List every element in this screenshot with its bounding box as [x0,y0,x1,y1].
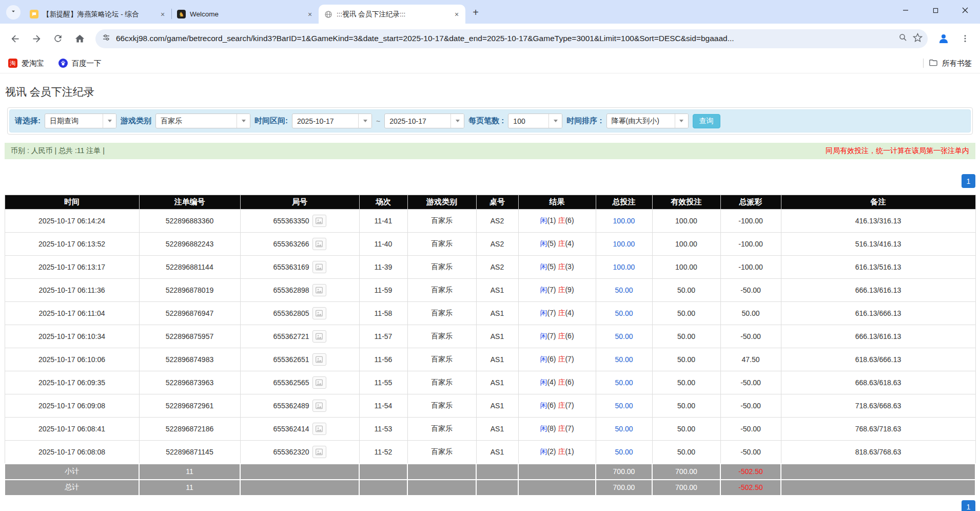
new-tab-button[interactable]: + [468,5,483,20]
picture-icon [315,310,323,317]
video-replay-button[interactable] [312,284,326,296]
cell-table-no: AS1 [476,325,518,348]
cell-time: 2025-10-17 06:11:04 [5,302,139,325]
minimize-button[interactable] [891,0,920,21]
profile-avatar[interactable] [934,29,953,48]
cell-remark: 616.13/516.13 [781,256,975,279]
reload-button[interactable] [48,29,68,48]
result-player: 闲 [540,239,547,248]
date-end-select[interactable]: 2025-10-17 [384,113,464,128]
tab-close-icon[interactable]: × [305,10,315,19]
result-banker: 庄 [558,355,565,363]
round-number: 655362320 [273,448,309,456]
table-row: 2025-10-17 06:08:08 522896871145 6553623… [5,441,975,464]
close-window-button[interactable] [950,0,980,21]
cell-game-type: 百家乐 [407,441,476,464]
site-settings-icon[interactable] [102,33,111,44]
cell-result: 闲(8) 庄(7) [518,418,596,441]
total-bet-link[interactable]: 50.00 [615,332,633,340]
date-start-select[interactable]: 2025-10-17 [292,113,372,128]
query-mode-select[interactable]: 日期查询 [45,113,116,128]
video-replay-button[interactable] [312,446,326,458]
total-bet-link[interactable]: 100.00 [613,240,635,248]
header-result: 结果 [518,195,596,210]
total-bet-link[interactable]: 50.00 [615,378,633,387]
cell-valid-bet: 50.00 [652,325,720,348]
bet-record-table: 时间 注单编号 局号 场次 游戏类别 桌号 结果 总投注 有效投注 总派彩 备注… [4,195,976,496]
bookmark-star-icon[interactable] [913,33,923,45]
video-replay-button[interactable] [312,238,326,250]
cell-total-bet: 50.00 [596,348,652,371]
picture-icon [315,356,323,363]
forward-button[interactable] [27,29,46,48]
video-replay-button[interactable] [312,307,326,319]
bookmark-baidu[interactable]: 百度一下 [58,59,102,68]
cell-game-type: 百家乐 [407,418,476,441]
dropdown-arrow-icon[interactable] [358,114,371,128]
dropdown-arrow-icon[interactable] [103,114,116,128]
search-button[interactable]: 查询 [693,114,720,128]
per-page-label: 每页笔数 : [468,116,504,126]
tab-bet-records-active[interactable]: :::视讯 会员下注纪录::: × [319,5,465,24]
cell-total-bet: 100.00 [596,233,652,256]
total-bet-link[interactable]: 100.00 [613,263,635,271]
total-bet-link[interactable]: 50.00 [615,355,633,364]
cell-result: 闲(4) 庄(6) [518,371,596,394]
cell-total-bet: 50.00 [596,371,652,394]
total-bet-link[interactable]: 50.00 [615,425,633,433]
cell-total-bet: 50.00 [596,394,652,418]
dropdown-arrow-icon[interactable] [237,114,250,128]
round-number: 655363350 [273,217,309,225]
window-controls [891,0,980,21]
zoom-indicator-icon[interactable] [898,33,908,44]
video-replay-button[interactable] [312,330,326,343]
video-replay-button[interactable] [312,353,326,366]
per-page-select[interactable]: 100 [508,113,562,128]
address-bar[interactable]: 66cxkj98.com/game/betrecord_search/kind3… [95,29,928,48]
picture-icon [315,425,323,432]
page-1-button[interactable]: 1 [962,174,975,188]
tab-forum[interactable]: 【新提醒】海燕策略论坛 - 综合 × [25,5,171,24]
tab-search-button[interactable] [6,5,21,20]
time-sort-select[interactable]: 降幂(由大到小) [606,113,689,128]
url-text[interactable]: 66cxkj98.com/game/betrecord_search/kind3… [116,34,893,43]
total-bet-link[interactable]: 50.00 [615,309,633,317]
total-bet-link[interactable]: 50.00 [615,286,633,294]
back-button[interactable] [5,29,25,48]
cell-time: 2025-10-17 06:09:08 [5,394,139,418]
round-number: 655363266 [273,240,309,248]
video-replay-button[interactable] [312,376,326,389]
game-type-select[interactable]: 百家乐 [155,113,250,128]
all-bookmarks-button[interactable]: 所有书签 [929,58,972,69]
cell-result: 闲(1) 庄(6) [518,210,596,233]
page-1-button[interactable]: 1 [962,500,975,511]
tab-welcome[interactable]: ♞ Welcome × [172,5,319,24]
cell-result: 闲(7) 庄(9) [518,279,596,302]
video-replay-button[interactable] [312,261,326,273]
dropdown-arrow-icon[interactable] [675,114,688,128]
tab-title: :::视讯 会员下注纪录::: [337,10,448,19]
video-replay-button[interactable] [312,423,326,435]
total-bet-link[interactable]: 50.00 [615,448,633,456]
tab-close-icon[interactable]: × [452,10,461,19]
cell-result: 闲(7) 庄(4) [518,302,596,325]
total-bet-link[interactable]: 100.00 [613,217,635,225]
total-bet-link[interactable]: 50.00 [615,402,633,410]
dropdown-arrow-icon[interactable] [548,114,562,128]
chevron-down-icon [10,8,17,17]
bookmark-taobao[interactable]: 淘 爱淘宝 [8,59,44,68]
maximize-button[interactable] [920,0,950,21]
video-replay-button[interactable] [312,400,326,412]
tab-close-icon[interactable]: × [158,10,167,19]
cell-round: 655362414 [240,418,359,441]
menu-kebab-icon[interactable] [955,29,975,48]
cell-total-bet: 50.00 [596,302,652,325]
dropdown-arrow-icon[interactable] [450,114,464,128]
result-player: 闲 [540,309,547,317]
home-button[interactable] [70,29,89,48]
bookmark-label: 百度一下 [72,59,102,68]
video-replay-button[interactable] [312,215,326,227]
cell-valid-bet: 50.00 [652,418,720,441]
cell-session: 11-53 [359,418,407,441]
pagination-top: 1 [5,174,975,188]
